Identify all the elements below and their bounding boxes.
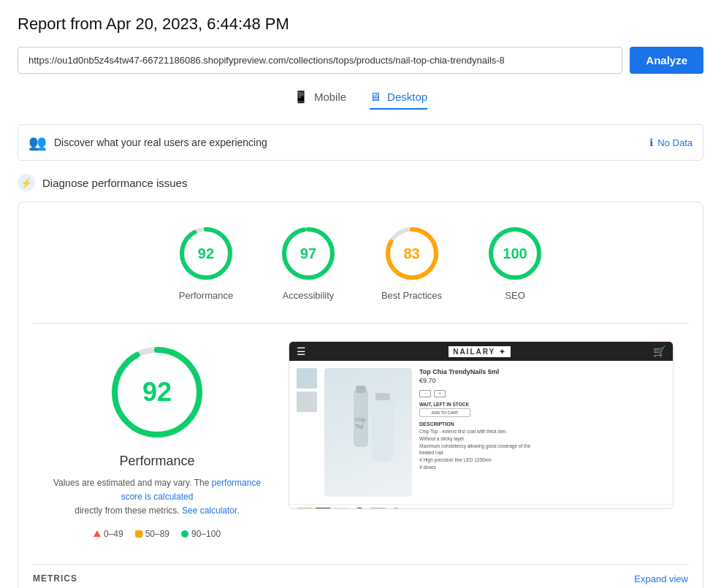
main-product-image: Chip Top	[324, 368, 412, 497]
product-name: Top Chia TrendyNails 5ml	[419, 368, 665, 375]
accessibility-label: Accessibility	[283, 290, 335, 301]
qty-plus[interactable]: +	[434, 390, 446, 397]
mobile-tab-label: Mobile	[314, 91, 346, 103]
report-title: Report from Apr 20, 2023, 6:44:48 PM	[18, 15, 703, 34]
user-experience-label: Discover what your real users are experi…	[54, 137, 267, 148]
desc-title: DESCRIPTION	[419, 421, 665, 427]
preview-cart-icon: 🛒	[653, 345, 665, 357]
scores-divider	[33, 323, 688, 324]
bottom-thumbnails-row	[289, 504, 673, 509]
score-legend: 0–49 50–89 90–100	[94, 529, 221, 539]
desc-mid: directly from these metrics.	[75, 505, 179, 516]
btm-thumb-1	[297, 508, 313, 509]
performance-score: 92	[198, 245, 214, 262]
score-performance[interactable]: 92 Performance	[177, 224, 235, 301]
no-data-label: No Data	[657, 137, 693, 148]
url-input[interactable]	[18, 47, 622, 74]
desktop-icon: 🖥	[370, 91, 381, 104]
btm-thumb-6	[388, 508, 404, 509]
user-icon: 👥	[28, 134, 47, 151]
preview-menu-icon: ☰	[297, 345, 306, 357]
diagnose-header: ⚡ Diagnose performance issues	[18, 174, 703, 191]
btm-thumb-4	[351, 508, 367, 509]
bullet-1: Chip Top - extend first coat with thick …	[419, 428, 665, 435]
big-score-section: 92 Performance Values are estimated and …	[47, 341, 267, 539]
diagnose-label: Diagnose performance issues	[42, 177, 187, 189]
bullet-3: Maximum consistency allowing good covera…	[419, 443, 665, 450]
svg-text:Chip: Chip	[355, 417, 366, 423]
stock-label: WAIT, LEFT IN STOCK	[419, 402, 665, 407]
seo-circle: 100	[486, 224, 544, 283]
accessibility-score: 97	[300, 245, 316, 262]
user-experience-right: ℹ No Data	[649, 137, 693, 148]
accessibility-circle: 97	[279, 224, 337, 283]
bullet-5: 4 High precision fine LED 1200nm	[419, 457, 665, 464]
seo-score: 100	[503, 245, 527, 262]
btm-thumb-3	[333, 508, 349, 509]
bullet-4: treated nail.	[419, 449, 665, 457]
legend-green: 90–100	[181, 529, 221, 539]
add-cart-btn[interactable]: ADD TO CART	[420, 409, 470, 415]
seo-label: SEO	[505, 290, 524, 301]
preview-logo: NAILARY ✦	[449, 346, 511, 357]
product-info: Top Chia TrendyNails 5ml €9.70 - + WAIT,…	[419, 368, 665, 497]
score-seo[interactable]: 100 SEO	[486, 224, 544, 301]
preview-thumbnails	[297, 368, 317, 497]
tab-mobile[interactable]: 📱 Mobile	[294, 90, 346, 110]
svg-rect-12	[372, 396, 394, 462]
url-bar: Analyze	[18, 47, 703, 74]
expand-view-link[interactable]: Expand view	[634, 573, 688, 584]
bullet-6: 4 doses	[419, 464, 665, 471]
thumb-1	[297, 368, 317, 389]
best-practices-score: 83	[403, 245, 419, 262]
diagnose-icon: ⚡	[18, 174, 35, 191]
add-to-cart-area: ADD TO CART	[419, 408, 470, 417]
best-practices-label: Best Practices	[381, 290, 442, 301]
scores-row: 92 Performance 97 Accessibility	[33, 224, 688, 301]
mobile-icon: 📱	[294, 90, 308, 104]
bullet-2: Without a sticky layer	[419, 435, 665, 443]
btm-thumb-2	[315, 508, 331, 509]
tab-desktop[interactable]: 🖥 Desktop	[370, 90, 427, 110]
legend-red: 0–49	[94, 529, 123, 539]
green-circle-icon	[181, 530, 188, 538]
thumb-2	[297, 392, 317, 412]
tabs: 📱 Mobile 🖥 Desktop	[18, 90, 703, 110]
best-practices-circle: 83	[383, 224, 441, 283]
orange-square-icon	[135, 530, 142, 538]
score-best-practices[interactable]: 83 Best Practices	[381, 224, 442, 301]
desktop-tab-label: Desktop	[387, 91, 427, 103]
product-preview: ☰ NAILARY ✦ 🛒 Chip	[289, 341, 674, 509]
detail-section: 92 Performance Values are estimated and …	[33, 341, 688, 554]
legend-red-range: 0–49	[104, 529, 123, 539]
calculator-link[interactable]: See calculator.	[182, 505, 240, 516]
btm-thumb-5	[370, 508, 386, 509]
performance-circle: 92	[177, 224, 235, 283]
analyze-button[interactable]: Analyze	[630, 47, 703, 74]
big-performance-circle: 92	[106, 341, 208, 443]
svg-rect-13	[375, 393, 390, 400]
metrics-bar: METRICS Expand view	[33, 564, 688, 587]
svg-text:Top: Top	[355, 424, 363, 429]
product-bullets: Chip Top - extend first coat with thick …	[419, 428, 665, 471]
red-triangle-icon	[94, 530, 101, 537]
desc-text: Values are estimated and may vary. The	[53, 478, 209, 488]
legend-orange-range: 50–89	[145, 529, 169, 539]
score-description: Values are estimated and may vary. The p…	[47, 476, 267, 519]
product-price: €9.70	[419, 377, 665, 384]
preview-header: ☰ NAILARY ✦ 🛒	[289, 342, 673, 361]
info-circle-icon: ℹ	[649, 137, 653, 148]
legend-green-range: 90–100	[191, 529, 221, 539]
performance-label: Performance	[179, 290, 233, 301]
scores-container: 92 Performance 97 Accessibility	[18, 202, 703, 588]
metrics-label: METRICS	[33, 573, 77, 584]
qty-minus[interactable]: -	[419, 390, 431, 397]
big-score-label: Performance	[119, 454, 194, 469]
user-experience-bar: 👥 Discover what your real users are expe…	[18, 124, 703, 161]
legend-orange: 50–89	[135, 529, 169, 539]
user-experience-left: 👥 Discover what your real users are expe…	[28, 134, 267, 151]
score-accessibility[interactable]: 97 Accessibility	[279, 224, 337, 301]
svg-rect-11	[356, 386, 366, 393]
big-performance-score: 92	[142, 377, 172, 408]
preview-body: Chip Top Top Chia TrendyNails 5ml €9.70 …	[289, 361, 673, 504]
